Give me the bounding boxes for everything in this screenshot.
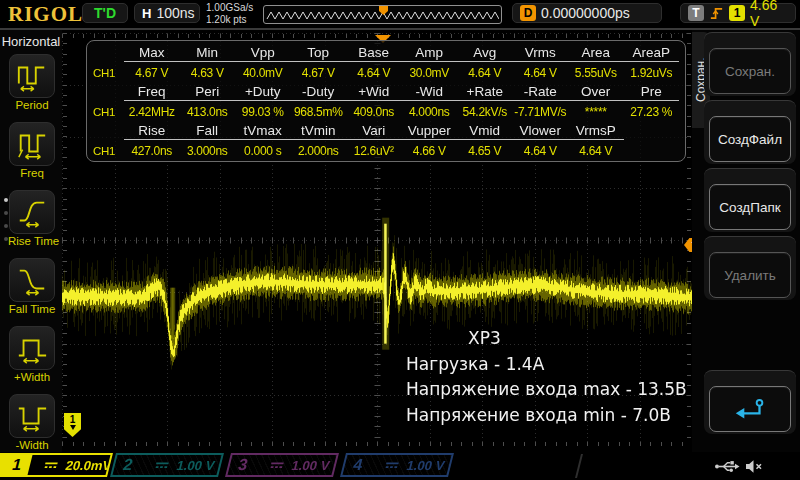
channel-number: 1	[0, 455, 32, 475]
measure-value-cell: 4.64 V	[568, 144, 624, 158]
measure-value-row: CH12.42MHz413.0ns99.03 %968.5m%409.0ns4.…	[91, 103, 679, 123]
measure-value-cell: 0.000 s	[235, 144, 291, 158]
menu-item-period[interactable]: Period	[8, 54, 56, 111]
annotation-line3: Напряжение входа max - 13.5В	[406, 377, 687, 403]
measure-value-cell: *****	[568, 105, 624, 119]
measure-channel-label: CH1	[91, 67, 124, 79]
acquisition-info: 1.00GSa/s 1.20k pts	[206, 2, 253, 26]
delay-badge: D	[520, 5, 536, 21]
usb-icon	[714, 459, 741, 478]
delay-value: 0.00000000ps	[541, 5, 630, 21]
measure-header-cell: Max	[124, 45, 180, 62]
measure-header-cell: Vmid	[457, 123, 513, 140]
softkey-slot: СоздФайл	[704, 100, 796, 164]
measure-channel-label: CH1	[91, 106, 124, 118]
channel-3-status[interactable]: 31.00 V	[225, 453, 339, 477]
softkey-new-file[interactable]: СоздФайл	[709, 116, 791, 162]
measure-value-cell: 4.66 V	[402, 144, 458, 158]
measure-header-row: RiseFalltVmaxtVminVariVupperVmidVlowerVr…	[91, 122, 679, 142]
sample-rate: 1.00GSa/s	[206, 2, 253, 14]
dc-coupling-icon	[43, 460, 59, 470]
annotation-line1: ХР3	[468, 326, 687, 352]
measure-value-cell: 27.23 %	[624, 105, 680, 119]
measure-header-cell: -Wid	[402, 84, 458, 101]
measure-header-cell: Pre	[624, 84, 680, 101]
measure-header-cell: Peri	[180, 84, 236, 101]
menu-item-fall-time[interactable]: Fall Time	[8, 258, 56, 315]
measure-value-cell: 968.5m%	[291, 105, 347, 119]
trigger-badge: T	[688, 5, 704, 21]
channel-1-status[interactable]: 120.0mV	[0, 453, 113, 477]
softkey-slot: Удалить	[704, 236, 796, 300]
softkey-new-folder[interactable]: СоздПапк	[709, 184, 791, 230]
scroll-indicator-dot	[4, 224, 8, 228]
measure-header-cell: Vupper	[402, 123, 458, 140]
channel-2-status[interactable]: 21.00 V	[110, 453, 224, 477]
measure-value-cell: 1.92uVs	[624, 66, 680, 80]
channel-number: 3	[228, 455, 259, 475]
menu-item-minus-width[interactable]: -Width	[8, 394, 56, 451]
measure-header-cell: tVmax	[235, 123, 291, 140]
measure-header-cell: +Rate	[457, 84, 513, 101]
measure-value-cell: 12.6uV²	[346, 144, 402, 158]
menu-item-label: Freq	[8, 167, 56, 179]
measure-header-cell: Avg	[457, 45, 513, 62]
measure-header-cell: Over	[568, 84, 624, 101]
measure-header-cell: Freq	[124, 84, 180, 101]
measure-value-cell: 4.63 V	[180, 66, 236, 80]
annotation-line4: Напряжение входа min - 7.0В	[406, 403, 687, 429]
measure-header-cell: Fall	[180, 123, 236, 140]
measure-channel-label: CH1	[91, 145, 124, 157]
menu-item-label: Period	[8, 99, 56, 111]
plus-width-icon	[9, 326, 55, 370]
annotation-line2: Нагрузка - 1.4А	[406, 352, 687, 378]
menu-item-label: -Width	[8, 439, 56, 451]
channel-status-bar: 120.0mV21.00 V31.00 V41.00 V	[0, 452, 800, 480]
measure-value-cell: 30.0mV	[402, 66, 458, 80]
channel-scale: 1.00 V	[175, 458, 216, 473]
measurement-table: MaxMinVppTopBaseAmpAvgVrmsAreaAreaPCH14.…	[86, 40, 686, 162]
softkey-delete: Удалить	[709, 252, 791, 298]
measure-value-cell: 4.67 V	[124, 66, 180, 80]
right-softkey-menu: Сохран. Сохран.СоздФайлСоздПапкУдалить	[692, 30, 800, 452]
trigger-status-indicator: T'D	[82, 3, 128, 23]
delay-box[interactable]: D 0.00000000ps	[512, 3, 662, 23]
period-icon	[9, 54, 55, 98]
measure-header-cell: Vlower	[513, 123, 569, 140]
measure-value-cell: 2.42MHz	[124, 105, 180, 119]
channel-number: 2	[113, 455, 144, 475]
dc-coupling-icon	[154, 460, 170, 470]
measure-header-cell: Rise	[124, 123, 180, 140]
measure-header-row: FreqPeri+Duty-Duty+Wid-Wid+Rate-RateOver…	[91, 83, 679, 103]
left-measure-menu: Horizontal PeriodFreqRise TimeFall Time+…	[0, 30, 62, 452]
h-label: H	[142, 6, 151, 21]
measure-header-cell: +Duty	[235, 84, 291, 101]
softkey-slot: Сохран.	[704, 32, 796, 96]
measure-value-row: CH1427.0ns3.000ns0.000 s2.000ns12.6uV²4.…	[91, 142, 679, 162]
waveform-preview-strip[interactable]	[263, 5, 502, 24]
scroll-indicator-dot	[4, 198, 8, 202]
softkey-back[interactable]	[709, 386, 791, 432]
menu-item-plus-width[interactable]: +Width	[8, 326, 56, 383]
left-menu-title: Horizontal	[0, 34, 62, 49]
menu-item-rise-time[interactable]: Rise Time	[8, 190, 56, 247]
measure-header-cell: Vpp	[235, 45, 291, 62]
measure-value-cell: 99.03 %	[235, 105, 291, 119]
horizontal-timebase-box[interactable]: H 100ns	[134, 3, 200, 23]
menu-item-freq[interactable]: Freq	[8, 122, 56, 179]
channel-4-status[interactable]: 41.00 V	[340, 453, 454, 477]
measure-header-cell	[624, 131, 680, 132]
divider	[575, 454, 583, 478]
trigger-level-value: 4.66 V	[750, 0, 788, 29]
measure-value-cell: 413.0ns	[180, 105, 236, 119]
measure-value-cell: -7.71MV/s	[513, 105, 569, 119]
measure-header-cell: AreaP	[624, 45, 680, 62]
measure-header-cell: Area	[568, 45, 624, 62]
channel-scale: 1.00 V	[290, 458, 331, 473]
softkey-slot: СоздПапк	[704, 168, 796, 232]
measure-value-cell: 4.65 V	[457, 144, 513, 158]
oscilloscope-screen: RIGOL T'D H 100ns 1.00GSa/s 1.20k pts D …	[0, 0, 800, 480]
measure-value-cell: 4.000ns	[402, 105, 458, 119]
measure-value-cell: 4.64 V	[513, 66, 569, 80]
trigger-box[interactable]: T 1 4.66 V	[680, 3, 796, 23]
